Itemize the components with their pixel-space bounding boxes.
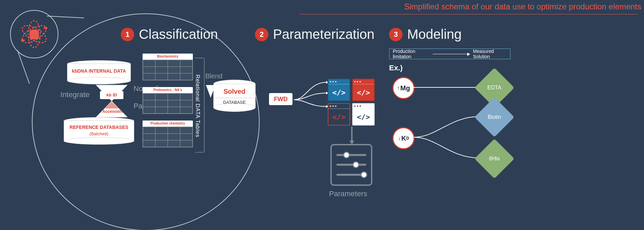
legend-left-text: Production limitation (389, 49, 433, 59)
code-tile-4: </> (352, 103, 375, 126)
caption-underline (299, 14, 638, 14)
table-production-chem: Production chemistry (143, 121, 193, 147)
svg-marker-8 (44, 26, 48, 30)
parameters-panel (330, 144, 372, 186)
data-tables-group: Biochemistry Proteomics : NA's Productio… (143, 54, 193, 154)
cylinder-reference-db: REFERENCE DATABASES (Batched) (64, 121, 134, 144)
modeling-legend-box: Production limitation Measured Solution (389, 49, 511, 59)
step-2-title: Parameterization (273, 27, 374, 42)
example-label: Ex.) (389, 64, 402, 72)
step-3-badge: 3 (389, 28, 402, 41)
mg-arrow-icon: ↑ (397, 85, 400, 91)
tiles-to-params-arrow (349, 127, 356, 145)
solved-label: Solved (213, 88, 256, 95)
table-biochemistry: Biochemistry (143, 54, 193, 80)
parameters-label: Parameters (329, 189, 367, 198)
fwd-branches (292, 76, 329, 129)
database-label: DATABASE (213, 100, 256, 105)
code-tile-2: </> (352, 79, 375, 101)
table-biochemistry-header: Biochemistry (143, 54, 193, 60)
node-6his: 6His (475, 139, 515, 179)
cylinder-reference-db-label1: REFERENCE DATABASES (64, 125, 134, 130)
node-kd: ↓KD (392, 127, 415, 149)
code-tiles-grid: </> </> </> </> (328, 79, 375, 126)
slider-2 (336, 164, 366, 166)
table-proteomics-header: Proteomics : NA's (143, 87, 193, 93)
slider-1 (336, 154, 366, 156)
accession-label: Accession (102, 109, 122, 114)
slider-3 (336, 174, 366, 176)
svg-point-7 (30, 35, 39, 40)
label-integrate: Integrate (60, 90, 90, 99)
relational-bracket-label: Relational DATA Tables (193, 64, 201, 148)
diagram-caption: Simplified schema of our data use to opt… (404, 2, 641, 11)
kd-arrow-icon: ↓ (398, 135, 400, 141)
svg-marker-12 (105, 102, 119, 108)
hourglass-icon: kb ID Accession (93, 84, 131, 122)
legend-right-text: Measured Solution (470, 49, 510, 59)
kb-id-chip: kb ID (100, 91, 123, 99)
code-tile-1: </> (328, 79, 350, 101)
step-2-badge: 2 (255, 28, 268, 41)
step-3-header: 3 Modeling (389, 27, 462, 42)
mg-edta-connector (413, 86, 480, 88)
cylinder-internal-data: kbDNA INTERNAL DATA (67, 64, 131, 84)
fwd-chip: FWD (269, 93, 292, 105)
node-biotin: Biotin (475, 97, 515, 137)
kd-branches (413, 110, 480, 164)
step-2-header: 2 Parameterization (255, 27, 374, 42)
node-mg: ↑Mg (392, 77, 415, 99)
svg-line-0 (47, 16, 84, 18)
label-blend: Blend (205, 72, 222, 80)
svg-marker-9 (21, 38, 25, 42)
cylinder-solved-database: Solved DATABASE (213, 84, 256, 110)
cylinder-internal-data-label: kbDNA INTERNAL DATA (67, 68, 131, 74)
table-proteomics: Proteomics : NA's (143, 87, 193, 114)
code-tile-3: </> (328, 103, 350, 126)
cylinder-reference-db-label2: (Batched) (64, 131, 134, 136)
step-3-title: Modeling (407, 27, 462, 42)
data-atom-icon (10, 10, 58, 58)
table-production-chem-header: Production chemistry (143, 121, 193, 127)
legend-arrow-icon (433, 54, 470, 54)
